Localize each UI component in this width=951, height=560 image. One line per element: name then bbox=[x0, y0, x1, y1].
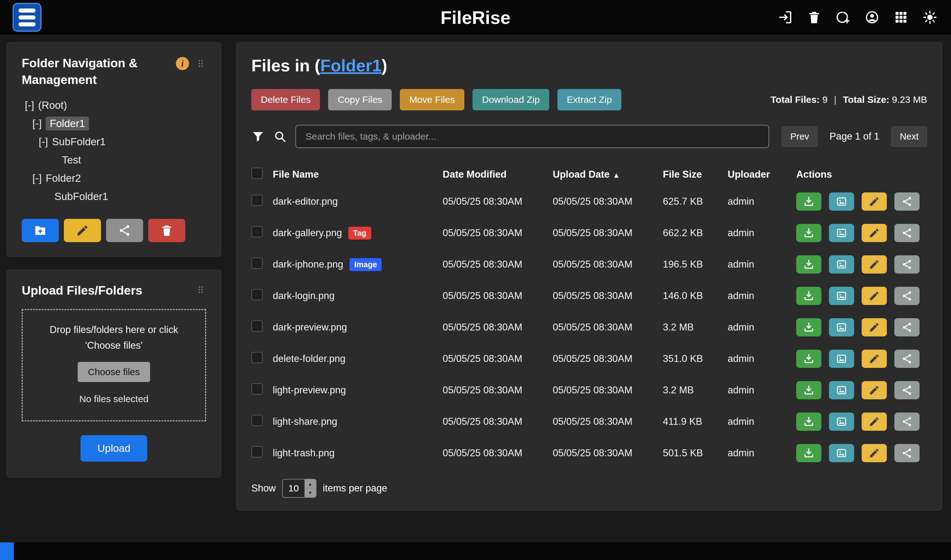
preview-image-button[interactable] bbox=[829, 412, 854, 431]
folder-label[interactable]: Test bbox=[62, 154, 81, 166]
file-name[interactable]: dark-gallery.png bbox=[273, 227, 342, 238]
row-checkbox[interactable] bbox=[251, 446, 263, 457]
file-name[interactable]: dark-login.png bbox=[273, 290, 334, 302]
share-button[interactable] bbox=[894, 350, 920, 368]
edit-button[interactable] bbox=[862, 192, 887, 211]
filter-icon[interactable] bbox=[251, 130, 265, 143]
file-name[interactable]: light-trash.png bbox=[273, 448, 334, 459]
stepper-up-icon[interactable]: ▲ bbox=[305, 480, 316, 488]
download-button[interactable] bbox=[796, 192, 822, 211]
create-folder-button[interactable] bbox=[22, 219, 59, 242]
app-logo[interactable] bbox=[12, 3, 42, 32]
preview-image-button[interactable] bbox=[829, 444, 854, 462]
file-name[interactable]: dark-iphone.png bbox=[273, 259, 343, 270]
download-button[interactable] bbox=[796, 412, 822, 431]
delete-files-button[interactable]: Delete Files bbox=[251, 89, 320, 110]
row-checkbox[interactable] bbox=[251, 383, 263, 395]
next-page-button[interactable]: Next bbox=[891, 126, 927, 147]
preview-image-button[interactable] bbox=[829, 192, 854, 211]
row-checkbox[interactable] bbox=[251, 352, 263, 363]
select-all-checkbox[interactable] bbox=[251, 168, 263, 179]
edit-button[interactable] bbox=[862, 412, 887, 431]
choose-files-button[interactable]: Choose files bbox=[78, 362, 150, 382]
logout-icon[interactable] bbox=[777, 9, 794, 26]
folder-toggle[interactable]: [-] bbox=[39, 136, 48, 148]
download-button[interactable] bbox=[796, 444, 822, 462]
folder-label[interactable]: SubFolder1 bbox=[52, 136, 106, 148]
download-button[interactable] bbox=[796, 318, 822, 337]
extract-zip-button[interactable]: Extract Zip bbox=[558, 89, 621, 110]
search-icon[interactable] bbox=[273, 130, 287, 143]
row-checkbox[interactable] bbox=[251, 289, 263, 300]
file-name[interactable]: delete-folder.png bbox=[273, 353, 345, 365]
folder-label[interactable]: (Root) bbox=[38, 99, 67, 111]
file-dropzone[interactable]: Drop files/folders here or click 'Choose… bbox=[22, 309, 206, 422]
edit-button[interactable] bbox=[862, 444, 887, 462]
folder-label[interactable]: Folder2 bbox=[46, 172, 81, 184]
folder-tree-item[interactable]: [-] Folder2 bbox=[22, 169, 206, 188]
row-checkbox[interactable] bbox=[251, 226, 263, 237]
download-button[interactable] bbox=[796, 287, 822, 305]
delete-folder-button[interactable] bbox=[148, 219, 185, 242]
download-button[interactable] bbox=[796, 224, 822, 242]
preview-image-button[interactable] bbox=[829, 255, 854, 274]
row-checkbox[interactable] bbox=[251, 415, 263, 426]
file-name[interactable]: dark-editor.png bbox=[273, 196, 338, 207]
header-file-name[interactable]: File Name bbox=[273, 169, 442, 180]
trash-icon[interactable] bbox=[806, 9, 823, 26]
move-files-button[interactable]: Move Files bbox=[400, 89, 464, 110]
header-upload-date[interactable]: Upload Date▲ bbox=[553, 169, 663, 180]
copy-files-button[interactable]: Copy Files bbox=[328, 89, 391, 110]
file-name[interactable]: light-preview.png bbox=[273, 385, 346, 396]
prev-page-button[interactable]: Prev bbox=[782, 126, 818, 147]
edit-button[interactable] bbox=[862, 381, 887, 399]
share-button[interactable] bbox=[894, 192, 920, 211]
upload-button[interactable]: Upload bbox=[80, 435, 148, 462]
apps-grid-icon[interactable] bbox=[892, 9, 909, 26]
pie-chart-plus-icon[interactable] bbox=[835, 9, 852, 26]
share-button[interactable] bbox=[894, 318, 920, 337]
row-checkbox[interactable] bbox=[251, 320, 263, 332]
folder-tree-item[interactable]: [-] SubFolder1 bbox=[22, 133, 206, 151]
search-input[interactable] bbox=[295, 125, 769, 148]
download-button[interactable] bbox=[796, 255, 822, 274]
folder-tree-item[interactable]: [-] (Root) bbox=[22, 96, 206, 114]
stepper-down-icon[interactable]: ▼ bbox=[305, 488, 316, 497]
edit-button[interactable] bbox=[862, 350, 887, 368]
preview-image-button[interactable] bbox=[829, 287, 854, 305]
share-button[interactable] bbox=[894, 444, 920, 462]
row-checkbox[interactable] bbox=[251, 195, 263, 206]
share-button[interactable] bbox=[894, 381, 920, 399]
folder-label[interactable]: SubFolder1 bbox=[54, 191, 108, 203]
preview-image-button[interactable] bbox=[829, 318, 854, 337]
current-folder-link[interactable]: Folder1 bbox=[320, 56, 382, 75]
header-uploader[interactable]: Uploader bbox=[728, 169, 796, 180]
folder-toggle[interactable]: [-] bbox=[32, 172, 42, 184]
preview-image-button[interactable] bbox=[829, 381, 854, 399]
light-mode-toggle-icon[interactable] bbox=[922, 9, 939, 26]
edit-button[interactable] bbox=[862, 287, 887, 305]
share-folder-button[interactable] bbox=[106, 219, 143, 242]
download-button[interactable] bbox=[796, 381, 822, 399]
file-name[interactable]: dark-preview.png bbox=[273, 322, 347, 333]
drag-handle-icon[interactable] bbox=[195, 284, 206, 295]
edit-button[interactable] bbox=[862, 224, 887, 242]
edit-button[interactable] bbox=[862, 255, 887, 274]
file-name[interactable]: light-share.png bbox=[273, 416, 337, 427]
download-zip-button[interactable]: Download Zip bbox=[473, 89, 549, 110]
items-per-page-stepper[interactable]: 10 ▲ ▼ bbox=[282, 479, 316, 498]
download-button[interactable] bbox=[796, 350, 822, 368]
header-date-modified[interactable]: Date Modified bbox=[442, 169, 553, 180]
header-file-size[interactable]: File Size bbox=[663, 169, 728, 180]
folder-toggle[interactable]: [-] bbox=[25, 99, 34, 111]
share-button[interactable] bbox=[894, 224, 920, 242]
preview-image-button[interactable] bbox=[829, 224, 854, 242]
share-button[interactable] bbox=[894, 412, 920, 431]
share-button[interactable] bbox=[894, 255, 920, 274]
preview-image-button[interactable] bbox=[829, 350, 854, 368]
row-checkbox[interactable] bbox=[251, 257, 263, 269]
rename-folder-button[interactable] bbox=[64, 219, 101, 242]
folder-tree-item[interactable]: [-] Folder1 bbox=[22, 114, 206, 133]
edit-button[interactable] bbox=[862, 318, 887, 337]
folder-tree-item[interactable]: Test bbox=[22, 151, 206, 169]
